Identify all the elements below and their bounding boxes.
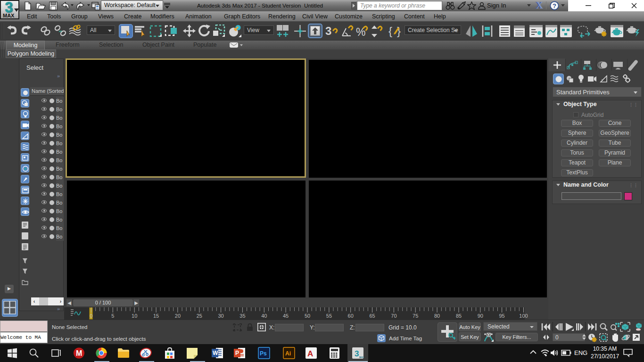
svg-text:15: 15 (153, 313, 159, 319)
svg-text:40: 40 (261, 313, 267, 319)
svg-text:100: 100 (519, 313, 528, 319)
svg-text:20: 20 (175, 313, 181, 319)
svg-text:P: P (235, 350, 239, 356)
svg-text:M: M (76, 349, 82, 357)
svg-text:25: 25 (197, 313, 202, 319)
svg-text:A: A (307, 349, 313, 358)
svg-text:35: 35 (239, 313, 245, 319)
svg-text:65: 65 (369, 313, 375, 319)
svg-text:?: ? (553, 2, 556, 9)
svg-text:70: 70 (391, 313, 396, 319)
svg-text:90: 90 (478, 313, 483, 319)
svg-text:60: 60 (348, 313, 354, 319)
svg-text:85: 85 (456, 313, 462, 319)
svg-text:0: 0 (90, 313, 92, 319)
svg-text:{: { (388, 25, 392, 37)
svg-text:Ps: Ps (260, 350, 267, 357)
svg-text:X: X (536, 1, 543, 10)
svg-text:50: 50 (305, 313, 310, 319)
svg-text:80: 80 (434, 313, 440, 319)
svg-text:55: 55 (326, 313, 332, 319)
svg-text:45: 45 (283, 313, 289, 319)
svg-text:3: 3 (325, 25, 331, 37)
svg-text:75: 75 (413, 313, 418, 319)
svg-text:W: W (213, 350, 218, 356)
svg-text:MAX: MAX (359, 356, 364, 359)
svg-text:3: 3 (355, 349, 359, 358)
svg-text:10: 10 (132, 313, 137, 319)
svg-text:30: 30 (218, 313, 223, 319)
svg-text:Ai: Ai (285, 350, 291, 357)
svg-text:5: 5 (111, 313, 114, 319)
svg-text:95: 95 (499, 313, 504, 319)
